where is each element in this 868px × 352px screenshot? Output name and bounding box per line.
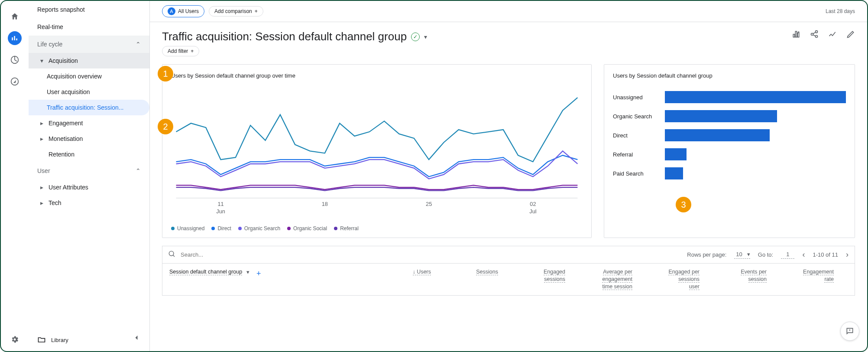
chevron-up-icon: ⌃ xyxy=(136,41,141,48)
nav-library[interactable]: Library xyxy=(29,329,149,351)
callout-badge-3: 3 xyxy=(676,197,691,212)
chevron-right-icon: ▸ xyxy=(39,120,44,127)
bar-chart-card: Users by Session default channel group U… xyxy=(604,64,855,238)
bar-row: Direct xyxy=(613,126,846,145)
sidebar: Reports snapshot Real-time Life cycle ⌃ … xyxy=(29,1,150,351)
nav-user-attributes[interactable]: ▸User Attributes xyxy=(29,179,149,195)
data-table: Rows per page: 10▾ Go to: 1 ‹ 1-10 of 11… xyxy=(162,246,855,296)
svg-text:Jun: Jun xyxy=(216,208,225,215)
dimension-picker[interactable]: Session default channel group▾+ xyxy=(162,264,371,295)
rows-per-page-select[interactable]: 10▾ xyxy=(734,251,750,259)
explore-icon[interactable] xyxy=(8,53,22,67)
bar-row: Unassigned xyxy=(613,88,846,107)
column-header[interactable]: Sessions xyxy=(438,264,505,295)
legend-item[interactable]: Direct xyxy=(211,225,231,231)
svg-text:02: 02 xyxy=(530,201,536,207)
svg-text:18: 18 xyxy=(322,201,328,207)
chevron-down-icon: ▾ xyxy=(747,251,750,257)
nav-user-acquisition[interactable]: User acquisition xyxy=(29,84,149,100)
add-comparison-button[interactable]: Add comparison + xyxy=(209,6,263,16)
chevron-right-icon: ▸ xyxy=(39,184,44,191)
svg-text:Jul: Jul xyxy=(529,208,536,215)
plus-icon: + xyxy=(191,48,194,54)
goto-label: Go to: xyxy=(758,251,773,258)
nav-retention[interactable]: Retention xyxy=(29,147,149,162)
nav-tech[interactable]: ▸Tech xyxy=(29,195,149,211)
home-icon[interactable] xyxy=(8,10,22,23)
chevron-down-icon: ▾ xyxy=(39,57,44,64)
column-header[interactable]: Average perengagementtime session xyxy=(572,264,639,295)
bar-row: Paid Search xyxy=(613,164,846,183)
add-filter-button[interactable]: Add filter + xyxy=(162,46,199,56)
insights-icon[interactable] xyxy=(828,30,837,40)
reports-icon[interactable] xyxy=(8,31,22,45)
plus-icon: + xyxy=(255,8,258,14)
goto-input[interactable]: 1 xyxy=(781,251,794,259)
collapse-sidebar-icon[interactable] xyxy=(132,333,141,343)
legend-item[interactable]: Unassigned xyxy=(171,225,204,231)
feedback-button[interactable] xyxy=(840,322,859,341)
status-ok-icon[interactable]: ✓ xyxy=(411,33,420,41)
folder-icon xyxy=(37,336,46,344)
comparison-bar: A All Users Add comparison + Last 28 day… xyxy=(150,1,867,22)
bar-chart-title: Users by Session default channel group xyxy=(613,72,846,79)
column-header[interactable]: Events persession xyxy=(706,264,774,295)
legend-item[interactable]: Organic Search xyxy=(238,225,280,231)
pager-range: 1-10 of 11 xyxy=(813,251,838,258)
legend-item[interactable]: Referral xyxy=(334,225,359,231)
nav-monetisation[interactable]: ▸Monetisation xyxy=(29,131,149,147)
column-header[interactable]: ↓ Users xyxy=(371,264,438,295)
legend-item[interactable]: Organic Social xyxy=(287,225,327,231)
bar-chart: UnassignedOrganic SearchDirectReferralPa… xyxy=(613,88,846,183)
nav-engagement[interactable]: ▸Engagement xyxy=(29,115,149,131)
date-range[interactable]: Last 28 days xyxy=(826,8,855,14)
rows-per-page-label: Rows per page: xyxy=(687,251,726,258)
nav-section-lifecycle[interactable]: Life cycle ⌃ xyxy=(29,36,149,53)
callout-badge-1: 1 xyxy=(158,66,173,81)
line-chart-title: Users by Session default channel group o… xyxy=(171,72,583,79)
edit-icon[interactable] xyxy=(846,30,855,40)
column-header[interactable]: Engagementrate xyxy=(774,264,841,295)
nav-acquisition[interactable]: ▾ Acquisition xyxy=(29,53,149,68)
svg-text:11: 11 xyxy=(217,201,223,207)
bar-row: Referral xyxy=(613,145,846,164)
chevron-up-icon: ⌃ xyxy=(136,167,141,174)
chevron-right-icon: ▸ xyxy=(39,135,44,142)
chevron-right-icon: ▸ xyxy=(39,199,44,206)
add-dimension-button[interactable]: + xyxy=(254,269,263,278)
table-search-input[interactable] xyxy=(178,250,291,260)
bar-row: Organic Search xyxy=(613,107,846,126)
column-header[interactable]: Engagedsessions xyxy=(505,264,572,295)
segment-all-users[interactable]: A All Users xyxy=(162,5,204,17)
page-title: Traffic acquisition: Session default cha… xyxy=(162,30,427,43)
report-header: Traffic acquisition: Session default cha… xyxy=(150,22,867,46)
settings-icon[interactable] xyxy=(8,337,22,351)
nav-acquisition-overview[interactable]: Acquisition overview xyxy=(29,68,149,84)
line-chart-card: Users by Session default channel group o… xyxy=(162,64,592,238)
search-icon xyxy=(168,251,175,259)
column-header[interactable]: Engaged persessionsuser xyxy=(639,264,706,295)
nav-reports-snapshot[interactable]: Reports snapshot xyxy=(29,1,149,18)
svg-text:25: 25 xyxy=(426,201,432,207)
advertising-icon[interactable] xyxy=(8,75,22,88)
line-chart-legend: UnassignedDirectOrganic SearchOrganic So… xyxy=(171,225,583,231)
customize-icon[interactable] xyxy=(792,30,800,40)
left-rail xyxy=(1,1,29,351)
nav-section-user[interactable]: User ⌃ xyxy=(29,162,149,179)
chevron-down-icon[interactable]: ▾ xyxy=(424,33,427,40)
pager-prev-icon[interactable]: ‹ xyxy=(802,250,805,259)
pager-next-icon[interactable]: › xyxy=(846,250,849,259)
callout-badge-2: 2 xyxy=(158,119,173,134)
main-content: A All Users Add comparison + Last 28 day… xyxy=(150,1,867,351)
nav-realtime[interactable]: Real-time xyxy=(29,18,149,36)
line-chart: 11Jun182502Jul xyxy=(171,88,583,218)
share-icon[interactable] xyxy=(810,30,819,40)
nav-traffic-acquisition[interactable]: Traffic acquisition: Session... xyxy=(29,100,149,115)
